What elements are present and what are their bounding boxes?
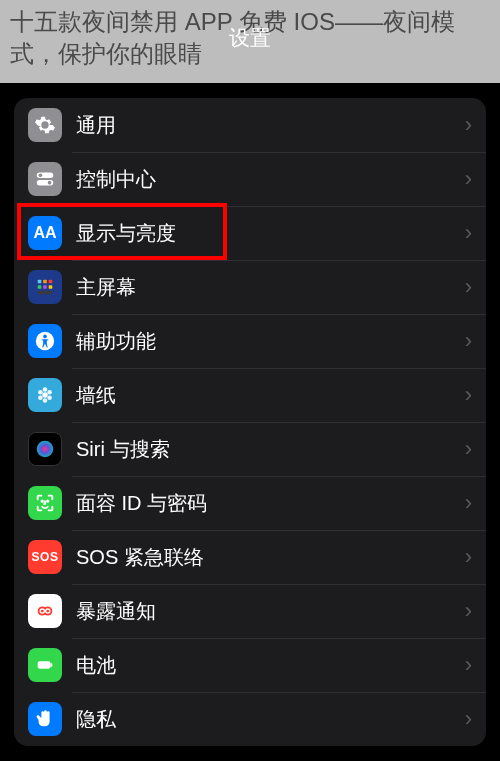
chevron-right-icon: › xyxy=(465,652,472,678)
settings-row-home-screen[interactable]: 主屏幕 › xyxy=(14,260,486,314)
settings-row-faceid[interactable]: 面容 ID 与密码 › xyxy=(14,476,486,530)
svg-rect-7 xyxy=(38,285,42,289)
face-icon xyxy=(28,486,62,520)
grid-icon xyxy=(28,270,62,304)
settings-row-exposure[interactable]: 暴露通知 › xyxy=(14,584,486,638)
person-circle-icon xyxy=(28,324,62,358)
flower-icon xyxy=(28,378,62,412)
chevron-right-icon: › xyxy=(465,706,472,732)
svg-point-19 xyxy=(38,390,43,395)
svg-rect-4 xyxy=(38,280,42,284)
row-label: 显示与亮度 xyxy=(76,220,465,247)
chevron-right-icon: › xyxy=(465,544,472,570)
row-label: 通用 xyxy=(76,112,465,139)
chevron-right-icon: › xyxy=(465,382,472,408)
svg-rect-5 xyxy=(43,280,47,284)
battery-icon xyxy=(28,648,62,682)
settings-group: 通用 › 控制中心 › AA 显示与亮度 › 主屏幕 › xyxy=(14,98,486,746)
svg-point-17 xyxy=(43,398,48,403)
svg-rect-8 xyxy=(43,285,47,289)
row-label: 墙纸 xyxy=(76,382,465,409)
chevron-right-icon: › xyxy=(465,490,472,516)
chevron-right-icon: › xyxy=(465,112,472,138)
settings-row-sos[interactable]: SOS SOS 紧急联络 › xyxy=(14,530,486,584)
settings-row-wallpaper[interactable]: 墙纸 › xyxy=(14,368,486,422)
svg-point-12 xyxy=(43,335,47,339)
svg-point-18 xyxy=(38,395,43,400)
svg-point-15 xyxy=(47,390,52,395)
hand-icon xyxy=(28,702,62,736)
chevron-right-icon: › xyxy=(465,166,472,192)
settings-panel: 通用 › 控制中心 › AA 显示与亮度 › 主屏幕 › xyxy=(0,78,500,746)
row-label: 主屏幕 xyxy=(76,274,465,301)
svg-point-27 xyxy=(41,610,44,613)
settings-row-accessibility[interactable]: 辅助功能 › xyxy=(14,314,486,368)
settings-row-control-center[interactable]: 控制中心 › xyxy=(14,152,486,206)
row-label: 辅助功能 xyxy=(76,328,465,355)
svg-point-20 xyxy=(37,441,54,458)
svg-point-13 xyxy=(42,392,48,398)
settings-row-battery[interactable]: 电池 › xyxy=(14,638,486,692)
svg-point-21 xyxy=(42,500,43,501)
row-label: SOS 紧急联络 xyxy=(76,544,465,571)
page-title: 设置 xyxy=(0,24,500,52)
aa-icon: AA xyxy=(28,216,62,250)
row-label: 暴露通知 xyxy=(76,598,465,625)
exposure-icon xyxy=(28,594,62,628)
chevron-right-icon: › xyxy=(465,436,472,462)
svg-point-1 xyxy=(39,174,43,178)
chevron-right-icon: › xyxy=(465,598,472,624)
svg-point-3 xyxy=(48,181,52,185)
row-label: 隐私 xyxy=(76,706,465,733)
row-label: 控制中心 xyxy=(76,166,465,193)
siri-icon xyxy=(28,432,62,466)
chevron-right-icon: › xyxy=(465,274,472,300)
gear-icon xyxy=(28,108,62,142)
svg-point-16 xyxy=(47,395,52,400)
settings-row-general[interactable]: 通用 › xyxy=(14,98,486,152)
sos-icon: SOS xyxy=(28,540,62,574)
svg-point-22 xyxy=(47,500,48,501)
chevron-right-icon: › xyxy=(465,220,472,246)
svg-rect-29 xyxy=(38,661,51,668)
svg-rect-6 xyxy=(49,280,53,284)
svg-rect-9 xyxy=(49,285,53,289)
svg-point-14 xyxy=(43,387,48,392)
row-label: 面容 ID 与密码 xyxy=(76,490,465,517)
row-label: Siri 与搜索 xyxy=(76,436,465,463)
chevron-right-icon: › xyxy=(465,328,472,354)
toggles-icon xyxy=(28,162,62,196)
svg-rect-10 xyxy=(38,291,53,295)
settings-row-display[interactable]: AA 显示与亮度 › xyxy=(14,206,486,260)
settings-row-privacy[interactable]: 隐私 › xyxy=(14,692,486,746)
svg-rect-30 xyxy=(51,663,53,667)
row-label: 电池 xyxy=(76,652,465,679)
settings-row-siri[interactable]: Siri 与搜索 › xyxy=(14,422,486,476)
svg-point-28 xyxy=(46,610,49,613)
